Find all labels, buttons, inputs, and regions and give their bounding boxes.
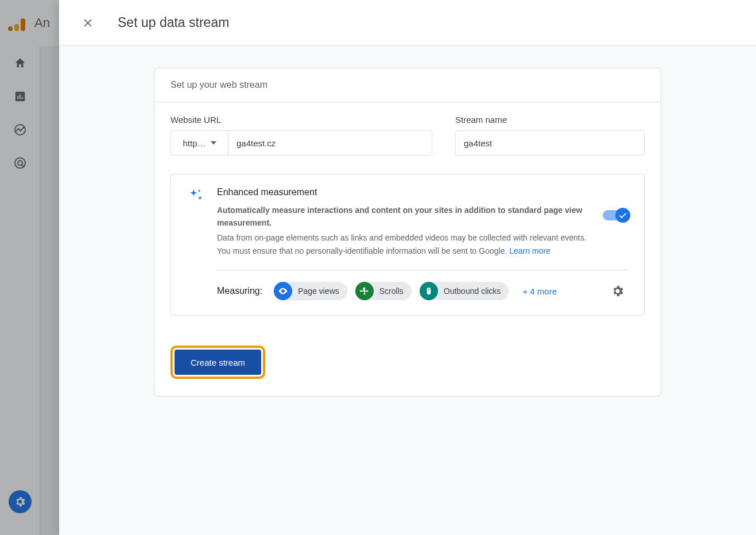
settings-icon[interactable]: [607, 281, 628, 301]
web-stream-card: Set up your web stream Website URL http……: [154, 68, 661, 397]
website-url-input[interactable]: [228, 130, 432, 156]
chip-label: Page views: [298, 286, 339, 296]
stream-name-input[interactable]: [455, 130, 645, 156]
protocol-select-value: http…: [183, 138, 206, 148]
card-title: Set up your web stream: [154, 68, 661, 102]
data-stream-modal: Set up data stream Set up your web strea…: [59, 0, 756, 535]
stream-name-label: Stream name: [455, 115, 645, 125]
modal-title: Set up data stream: [118, 15, 229, 30]
check-icon: [615, 208, 630, 223]
measuring-label: Measuring:: [217, 286, 262, 296]
protocol-select[interactable]: http…: [170, 130, 228, 156]
create-stream-highlight: Create stream: [170, 346, 265, 379]
modal-scrim: [0, 0, 59, 535]
chip-label: Outbound clicks: [444, 286, 501, 296]
modal-header: Set up data stream: [59, 0, 756, 46]
enhanced-desc-bold: Automatically measure interactions and c…: [217, 204, 587, 229]
sparkle-icon: [187, 187, 204, 257]
chip-scrolls: Scrolls: [355, 282, 412, 300]
form-row: Website URL http… Stream name: [170, 115, 645, 156]
eye-icon: [274, 282, 292, 300]
close-icon[interactable]: [76, 11, 99, 34]
create-stream-button[interactable]: Create stream: [175, 350, 261, 375]
mouse-icon: [420, 282, 438, 300]
svg-rect-9: [428, 289, 429, 290]
more-events-link[interactable]: + 4 more: [522, 286, 557, 296]
enhanced-measurement-box: Enhanced measurement Automatically measu…: [170, 174, 645, 316]
chip-outbound-clicks: Outbound clicks: [420, 282, 509, 300]
chevron-down-icon: [211, 141, 216, 145]
measuring-row: Measuring: Page views Scrolls: [187, 281, 628, 301]
scroll-icon: [355, 282, 374, 300]
enhanced-toggle[interactable]: [603, 210, 628, 220]
website-url-label: Website URL: [170, 115, 432, 125]
learn-more-link[interactable]: Learn more: [509, 246, 550, 255]
enhanced-desc: Data from on-page elements such as links…: [217, 231, 587, 257]
enhanced-title: Enhanced measurement: [217, 187, 587, 197]
divider: [217, 270, 628, 270]
svg-rect-8: [427, 288, 431, 294]
chip-label: Scrolls: [379, 286, 404, 296]
svg-point-7: [282, 290, 284, 292]
chip-page-views: Page views: [274, 282, 347, 300]
